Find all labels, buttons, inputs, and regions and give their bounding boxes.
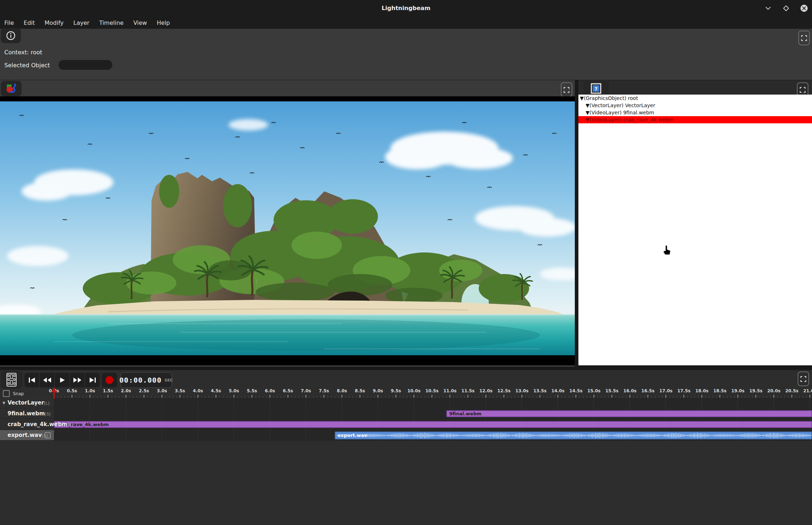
fast-forward-button[interactable]: [70, 373, 85, 387]
menu-item-view[interactable]: View: [133, 19, 147, 26]
diamond-icon: [782, 5, 790, 12]
track-label-9final.webm[interactable]: 9final.webm[S]: [0, 408, 54, 419]
ruler-label: 7.5s: [319, 388, 329, 393]
ruler-label: 10.5s: [425, 388, 439, 393]
rewind-button[interactable]: [40, 373, 55, 387]
maximize-button[interactable]: [782, 4, 790, 13]
time-display[interactable]: 00:00.000 SEC: [120, 372, 172, 388]
skip-to-start-icon: [28, 377, 36, 383]
stage-panel: [0, 80, 575, 367]
ruler-label: 0.5s: [67, 388, 77, 393]
shapes-icon: [5, 83, 17, 95]
ruler-label: 19.5s: [749, 388, 763, 393]
tree-row[interactable]: ▼(VectorLayer) VectorLayer: [578, 102, 812, 109]
menu-item-file[interactable]: File: [4, 19, 14, 26]
menu-item-modify[interactable]: Modify: [45, 19, 64, 26]
ruler-label: 9.5s: [391, 388, 401, 393]
ruler-label: 19.0s: [731, 388, 745, 393]
track-name: 9final.webm[S]: [8, 408, 50, 419]
audio-waveform: [335, 432, 811, 439]
track-name: VectorLayer[L]: [8, 398, 49, 408]
video-preview-island: [0, 101, 575, 355]
selected-object-input[interactable]: [59, 60, 112, 70]
inspector-fullscreen-button[interactable]: [798, 31, 810, 45]
close-button[interactable]: [800, 4, 808, 13]
clip-9final.webm[interactable]: 9final.webm: [446, 410, 812, 417]
placeholder-image-icon: ?: [590, 82, 602, 95]
ruler-label: 17.5s: [677, 388, 691, 393]
rewind-icon: [42, 377, 52, 383]
timeline-ruler[interactable]: 0.0s0.5s1.0s1.5s2.0s2.5s3.0s3.5s4.0s4.5s…: [0, 388, 812, 398]
track-cells-9final.webm[interactable]: 9final.webm: [54, 408, 812, 419]
window-controls: [764, 0, 808, 17]
ruler-label: 12.5s: [497, 388, 511, 393]
tree-row[interactable]: ▼(VideoLayer) crab_rave_4k.webm: [578, 116, 812, 123]
menu-item-help[interactable]: Help: [157, 19, 170, 26]
track-expand-arrow[interactable]: ▼: [3, 398, 5, 408]
track-cells-export.wav[interactable]: export.wav: [54, 430, 812, 440]
menu-item-layer[interactable]: Layer: [73, 19, 90, 26]
timeline-track-row: export.wavexport.wav[A]-: [0, 430, 812, 441]
stage-tab[interactable]: [1, 81, 22, 96]
record-button[interactable]: [102, 373, 117, 387]
fullscreen-icon: [800, 376, 806, 382]
play-button[interactable]: [55, 373, 70, 387]
ruler-label: 6.0s: [265, 388, 275, 393]
ruler-label: 7.0s: [301, 388, 311, 393]
playhead-line: [54, 388, 55, 399]
context-label: Context: root: [4, 49, 42, 56]
ruler-label: 21.0s: [803, 388, 812, 393]
fullscreen-icon: [800, 87, 806, 93]
ruler-label: 13.0s: [515, 388, 529, 393]
ruler-label: 15.5s: [605, 388, 619, 393]
clip-crab_rave_4k.webm[interactable]: crab_rave_4k.webm: [54, 421, 812, 428]
ruler-label: 2.5s: [139, 388, 149, 393]
info-icon: [5, 30, 16, 41]
clip-label: export.wav: [338, 433, 367, 438]
clip-export.wav[interactable]: export.wav: [335, 432, 812, 439]
ruler-label: 16.0s: [623, 388, 637, 393]
timeline-track-row: crab_rave_4k.webmcrab_rave_4k.webm[S]: [0, 419, 812, 430]
track-type-tag: [S]: [45, 412, 51, 416]
track-label-crab_rave_4k.webm[interactable]: crab_rave_4k.webm[S]: [0, 419, 54, 430]
skip-to-end-icon: [89, 377, 96, 383]
track-checkbox[interactable]: -: [45, 432, 51, 438]
ruler-label: 20.0s: [767, 388, 781, 393]
track-type-tag: [L]: [44, 401, 49, 406]
transport-controls: [24, 373, 100, 387]
menu-item-edit[interactable]: Edit: [24, 19, 35, 26]
selected-object-label: Selected Object: [4, 62, 50, 69]
ruler-label: 15.0s: [587, 388, 601, 393]
ruler-label: 1.5s: [103, 388, 113, 393]
skip-to-start-button[interactable]: [24, 373, 40, 387]
timeline-tab[interactable]: [1, 371, 22, 389]
menu-item-timeline[interactable]: Timeline: [99, 19, 123, 26]
fullscreen-icon: [801, 35, 807, 41]
stage-fullscreen-button[interactable]: [561, 82, 572, 97]
ruler-label: 8.5s: [355, 388, 365, 393]
close-icon: [800, 4, 808, 13]
minimize-button[interactable]: [764, 4, 772, 13]
ruler-label: 14.0s: [551, 388, 565, 393]
inspector-tab[interactable]: [1, 28, 21, 43]
timeline-fullscreen-button[interactable]: [798, 371, 809, 386]
ruler-label: 18.5s: [713, 388, 727, 393]
stage-canvas[interactable]: [0, 96, 575, 365]
track-label-export.wav[interactable]: export.wav[A]-: [0, 430, 54, 440]
track-label-VectorLayer[interactable]: ▼VectorLayer[L]: [0, 398, 54, 408]
ruler-label: 3.5s: [175, 388, 185, 393]
tree-row[interactable]: ▼(VideoLayer) 9final.webm: [578, 109, 812, 116]
filmstrip-icon: [6, 373, 17, 387]
skip-to-end-button[interactable]: [85, 373, 100, 387]
ruler-label: 3.0s: [157, 388, 167, 393]
scene-tree-tab[interactable]: ?: [583, 81, 609, 96]
ruler-label: 8.0s: [337, 388, 347, 393]
ruler-label: 18.0s: [695, 388, 709, 393]
ruler-label: 20.5s: [785, 388, 799, 393]
window-title: Lightningbeam: [0, 0, 812, 17]
ruler-label: 6.5s: [283, 388, 293, 393]
track-cells-crab_rave_4k.webm[interactable]: crab_rave_4k.webm: [54, 419, 812, 430]
fast-forward-icon: [73, 377, 82, 383]
tree-row[interactable]: ▼(GraphicsObject) root: [578, 95, 812, 102]
track-cells-VectorLayer[interactable]: [54, 398, 812, 408]
